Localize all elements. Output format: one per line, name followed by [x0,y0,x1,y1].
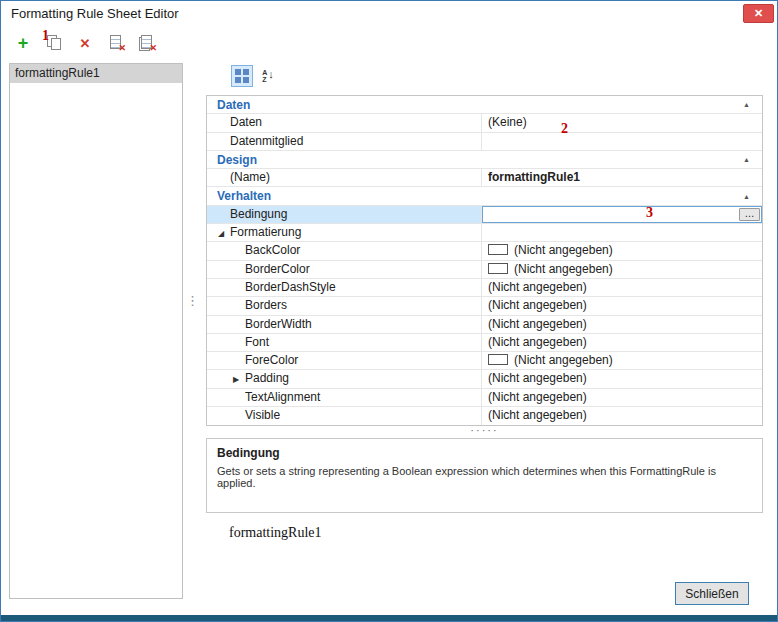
property-name-cell[interactable]: (Name) [207,169,482,186]
vertical-splitter[interactable]: ⋮ [186,296,199,306]
property-row[interactable]: BorderColor(Nicht angegeben) [207,261,762,279]
property-value-cell[interactable]: (Nicht angegeben) [482,279,762,296]
category-row[interactable]: Design▲ [207,151,762,169]
property-name: Visible [245,408,280,422]
category-row[interactable]: Daten▲ [207,96,762,114]
collapse-icon[interactable]: ▲ [743,156,750,163]
description-title: Bedingung [207,439,762,463]
property-value: (Nicht angegeben) [488,317,587,331]
property-name-cell[interactable]: Bedingung [207,206,482,223]
property-name: BorderColor [245,262,310,276]
window-title: Formatting Rule Sheet Editor [11,1,179,27]
property-name: ForeColor [245,353,298,367]
delete-rule-button[interactable]: ✕ [73,31,97,55]
category-label: Verhalten [217,189,743,203]
property-name-cell[interactable]: ForeColor [207,352,482,369]
property-row[interactable]: Font(Nicht angegeben) [207,334,762,352]
collapse-icon[interactable]: ▲ [743,101,750,108]
property-name: Padding [245,371,289,385]
property-value: (Nicht angegeben) [488,335,587,349]
property-value-cell[interactable] [482,224,762,241]
property-name: Datenmitglied [230,134,303,148]
property-value-cell[interactable]: (Nicht angegeben) [482,407,762,425]
color-swatch-icon [488,354,508,365]
property-row[interactable]: ▶Padding(Nicht angegeben) [207,370,762,388]
add-rule-button[interactable]: + [11,31,35,55]
category-label: Design [217,153,743,167]
description-splitter[interactable]: ····· [206,425,763,436]
property-value-cell[interactable]: (Nicht angegeben) [482,370,762,387]
property-name-cell[interactable]: Visible [207,407,482,425]
rule-preview-text: formattingRule1 [229,525,322,541]
rule-list[interactable]: formattingRule1 [9,63,183,599]
sort-az-button[interactable]: AZ↓ [257,65,279,87]
property-name-cell[interactable]: ▶Padding [207,370,482,387]
property-name: TextAlignment [245,390,320,404]
property-value-cell[interactable]: (Nicht angegeben) [482,242,762,259]
color-swatch-icon [488,244,508,255]
annotation-marker-3: 3 [646,206,653,220]
property-row[interactable]: BackColor(Nicht angegeben) [207,242,762,260]
property-name-cell[interactable]: BorderWidth [207,316,482,333]
property-value-cell[interactable]: (Nicht angegeben) [482,389,762,406]
window-bottom-edge [1,615,777,621]
rule-toolbar: +✕✕✕ [11,31,159,57]
property-row[interactable]: Datenmitglied [207,133,762,151]
property-name: BorderWidth [245,317,312,331]
property-value-cell[interactable]: (Nicht angegeben) [482,334,762,351]
property-name-cell[interactable]: ◢Formatierung [207,224,482,241]
description-text: Gets or sets a string representing a Boo… [207,463,762,491]
property-name-cell[interactable]: Font [207,334,482,351]
property-name: Bedingung [230,207,287,221]
property-value-cell[interactable]: (Nicht angegeben) [482,316,762,333]
property-name-cell[interactable]: BackColor [207,242,482,259]
title-bar: Formatting Rule Sheet Editor ✕ [1,1,777,27]
property-value: (Nicht angegeben) [514,243,613,257]
property-value-cell[interactable]: (Keine) [482,114,762,131]
property-name-cell[interactable]: Borders [207,297,482,314]
delete-sheet-button[interactable]: ✕ [104,31,128,55]
property-value-cell[interactable]: (Nicht angegeben) [482,352,762,369]
rule-list-item[interactable]: formattingRule1 [10,64,182,83]
categorized-view-button[interactable] [231,65,253,87]
expanded-icon[interactable]: ◢ [218,225,230,241]
property-row[interactable]: Bedingung… [207,206,762,224]
property-name-cell[interactable]: Daten [207,114,482,131]
annotation-marker-2: 2 [561,122,568,136]
property-name: Daten [230,115,262,129]
category-row[interactable]: Verhalten▲ [207,187,762,205]
color-swatch-icon [488,263,508,274]
property-value-cell[interactable] [482,133,762,150]
property-row[interactable]: Borders(Nicht angegeben) [207,297,762,315]
property-value: (Nicht angegeben) [488,280,587,294]
property-name-cell[interactable]: TextAlignment [207,389,482,406]
property-row[interactable]: ◢Formatierung [207,224,762,242]
collapsed-icon[interactable]: ▶ [233,371,245,387]
property-name-cell[interactable]: BorderColor [207,261,482,278]
categorized-icon [235,69,249,83]
ellipsis-button[interactable]: … [739,208,760,221]
sheet-delete-icon: ✕ [107,34,125,52]
property-row[interactable]: Daten(Keine) [207,114,762,132]
schliessen-button[interactable]: Schließen [675,582,749,605]
property-row[interactable]: BorderDashStyle(Nicht angegeben) [207,279,762,297]
property-name-cell[interactable]: Datenmitglied [207,133,482,150]
property-row[interactable]: (Name)formattingRule1 [207,169,762,187]
property-value-cell[interactable]: formattingRule1 [482,169,762,186]
close-button[interactable]: ✕ [743,4,774,23]
property-name-cell[interactable]: BorderDashStyle [207,279,482,296]
collapse-icon[interactable]: ▲ [743,193,750,200]
property-row[interactable]: BorderWidth(Nicht angegeben) [207,316,762,334]
property-name: BackColor [245,243,300,257]
property-row[interactable]: Visible(Nicht angegeben) [207,407,762,425]
property-row[interactable]: TextAlignment(Nicht angegeben) [207,389,762,407]
property-value-cell[interactable]: (Nicht angegeben) [482,297,762,314]
property-row[interactable]: ForeColor(Nicht angegeben) [207,352,762,370]
property-value-cell[interactable]: … [482,206,762,223]
category-label: Daten [217,98,743,112]
property-value-cell[interactable]: (Nicht angegeben) [482,261,762,278]
property-value: (Nicht angegeben) [488,371,587,385]
property-name: Borders [245,298,287,312]
sort-az-icon: AZ↓ [262,69,274,83]
delete-all-sheets-button[interactable]: ✕ [135,31,159,55]
